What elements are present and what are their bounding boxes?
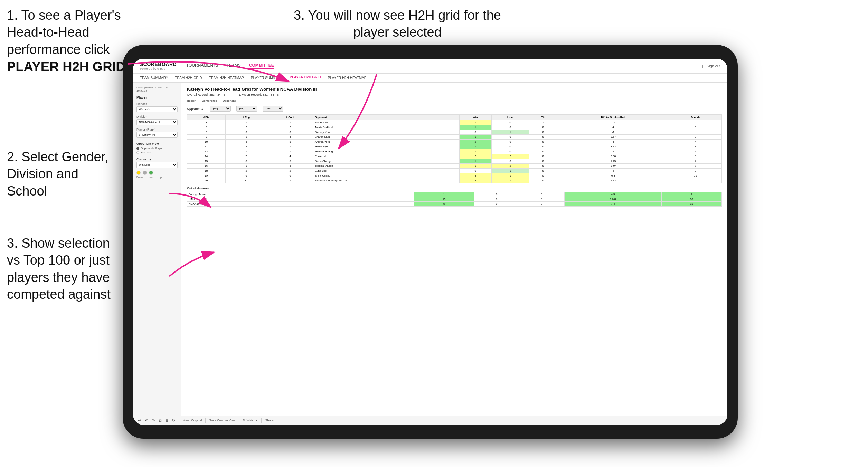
sub-nav-team-h2h[interactable]: TEAM H2H GRID [175, 76, 202, 80]
nav-bar: SCOREBOARD Powered by clippd TOURNAMENTS… [133, 59, 727, 74]
tablet-screen: SCOREBOARD Powered by clippd TOURNAMENTS… [133, 59, 727, 425]
data-table: # Div # Reg # Conf Opponent Win Loss Tie… [187, 114, 722, 183]
sidebar-division-section: Division NCAA Division III [136, 115, 178, 125]
sidebar-timestamp: Last Updated: 27/03/2024 16:55:38 [136, 86, 178, 92]
out-of-division-table: Foreign Team 1 0 0 4.5 2 NAIA Division 1… [187, 192, 722, 207]
table-row: 10 6 3 Andrea York 2 0 0 4 4 [187, 140, 722, 144]
division-record: Division Record: 331 - 34 - 6 [239, 93, 279, 96]
toolbar-watch[interactable]: 👁 Watch ▾ [243, 419, 258, 422]
sub-nav-team-summary[interactable]: TEAM SUMMARY [140, 76, 168, 80]
table-row: 3 1 1 Esther Lee 1 0 1 1.5 4 [187, 120, 722, 125]
toolbar-view-original[interactable]: View: Original [183, 419, 202, 422]
table-row: 13 1 1 Jessica Huang 1 0 0 -3 2 [187, 149, 722, 154]
conference-select[interactable]: (All) [236, 106, 257, 112]
toolbar-undo[interactable]: ↩ [138, 418, 141, 423]
opponents-label: Opponents: [187, 107, 205, 111]
opponents-played-label: Opponents Played [141, 147, 163, 150]
filter-conference: Conference [202, 99, 217, 103]
opponents-filter-row: Opponents: (All) (All) (All) [187, 106, 722, 112]
conference-label: Conference [202, 99, 217, 102]
nav-signout[interactable]: Sign out [707, 64, 720, 68]
region-label: Region [187, 99, 196, 102]
filter-row: Region Conference Opponent [187, 99, 722, 103]
instruction-1-text: 1. To see a Player's Head-to-Head perfor… [7, 7, 138, 58]
instruction-3b-text: 3. Show selection vs Top 100 or just pla… [7, 235, 117, 303]
colour-by-label: Colour by [136, 158, 178, 161]
region-select[interactable]: (All) [210, 106, 231, 112]
filter-region: Region [187, 99, 196, 103]
toolbar-copy[interactable]: ⧉ [159, 418, 162, 423]
sub-nav: TEAM SUMMARY TEAM H2H GRID TEAM H2H HEAT… [133, 74, 727, 83]
sidebar: Last Updated: 27/03/2024 16:55:38 Player… [133, 83, 181, 416]
legend-up-label: Up [159, 176, 162, 178]
table-row: 15 8 5 Stella Cheng 1 0 0 1.25 4 [187, 159, 722, 164]
nav-link-committee[interactable]: COMMITTEE [249, 63, 274, 69]
main-content: Last Updated: 27/03/2024 16:55:38 Player… [133, 83, 727, 416]
toolbar-share[interactable]: Share [265, 419, 273, 422]
toolbar-redo2[interactable]: ↷ [152, 418, 155, 423]
col-win: Win [459, 115, 491, 120]
opponent-select[interactable]: (All) [263, 106, 283, 112]
table-row: Foreign Team 1 0 0 4.5 2 [187, 192, 722, 197]
legend-down-label: Down [136, 176, 146, 178]
filter-opponent: Opponent [223, 99, 236, 103]
logo: SCOREBOARD Powered by clippd [140, 61, 178, 70]
nav-links: TOURNAMENTS TEAMS COMMITTEE [186, 63, 694, 69]
col-diff: Diff Av Strokes/Rnd [557, 115, 669, 120]
nav-link-tournaments[interactable]: TOURNAMENTS [186, 63, 218, 69]
gender-select[interactable]: Women's [136, 106, 178, 112]
division-select[interactable]: NCAA Division III [136, 119, 178, 125]
table-row: 9 1 4 Sharon Mun 1 0 0 3.67 3 [187, 135, 722, 140]
table-row: 18 2 2 Euna Lee 0 1 0 -5 2 [187, 169, 722, 173]
col-loss: Loss [491, 115, 529, 120]
toolbar: ↩ ↶ ↷ ⧉ ⊕ ⟳ View: Original Save Custom V… [133, 416, 727, 425]
table-row: 20 11 7 Federica Domecq Lacroze 2 1 0 1.… [187, 178, 722, 183]
sub-nav-player-h2h[interactable]: PLAYER H2H GRID [290, 75, 321, 80]
sidebar-player-section: Player [136, 96, 178, 99]
toolbar-save-custom[interactable]: Save Custom View [209, 419, 235, 422]
player-rank-label: Player (Rank) [136, 128, 178, 131]
grid-area: Katelyn Vo Head-to-Head Grid for Women's… [181, 83, 727, 416]
table-row: 5 2 2 Alexis Sudjianto 1 0 0 4 3 [187, 125, 722, 130]
toolbar-redo1[interactable]: ↶ [145, 418, 148, 423]
col-reg: # Reg [225, 115, 267, 120]
table-row: NAIA Division 1 15 0 0 9.267 30 [187, 197, 722, 202]
col-conf: # Conf [267, 115, 313, 120]
sidebar-gender-section: Gender Women's [136, 102, 178, 112]
col-rounds: Rounds [669, 115, 722, 120]
overall-record: Overall Record: 353 - 34 - 6 [187, 93, 225, 96]
radio-opponents-played[interactable]: Opponents Played [136, 147, 178, 150]
sub-nav-player-summary[interactable]: PLAYER SUMMARY [251, 76, 283, 80]
top100-label: Top 100 [141, 151, 150, 154]
grid-title: Katelyn Vo Head-to-Head Grid for Women's… [187, 87, 722, 92]
player-label: Player [136, 96, 178, 99]
sidebar-colour-by: Colour by Win/Loss [136, 158, 178, 168]
logo-subtitle: Powered by clippd [140, 67, 178, 70]
out-of-division-label: Out of division [187, 187, 722, 190]
table-row: 14 7 4 Eunice Yi 2 2 0 0.38 9 [187, 154, 722, 159]
sub-nav-player-heatmap[interactable]: PLAYER H2H HEATMAP [328, 76, 366, 80]
sub-nav-team-heatmap[interactable]: TEAM H2H HEATMAP [209, 76, 244, 80]
toolbar-reset[interactable]: ⟳ [172, 418, 176, 423]
radio-top100[interactable]: Top 100 [136, 151, 178, 154]
table-row: 19 6 6 Emily Chang 4 1 0 0.3 11 [187, 173, 722, 178]
division-label: Division [136, 115, 178, 118]
table-row: 6 3 3 Sydney Kuo 0 1 0 -1 [187, 130, 722, 135]
col-div: # Div [187, 115, 226, 120]
nav-link-teams[interactable]: TEAMS [226, 63, 240, 69]
toolbar-paste[interactable]: ⊕ [165, 418, 169, 423]
sidebar-player-rank-section: Player (Rank) 8. Katelyn Vo [136, 128, 178, 138]
instruction-3b: 3. Show selection vs Top 100 or just pla… [7, 235, 117, 303]
instruction-1-bold: PLAYER H2H GRID [7, 59, 138, 74]
table-row: 11 2 5 Heejo Hyun 1 0 0 3.33 3 [187, 144, 722, 149]
colour-by-select[interactable]: Win/Loss [136, 162, 178, 168]
table-row: NCAA Division 2 5 0 0 7.4 10 [187, 202, 722, 207]
sidebar-opponent-view: Opponent view Opponents Played Top 100 [136, 142, 178, 154]
instruction-2: 2. Select Gender, Division and School [7, 149, 117, 200]
player-rank-select[interactable]: 8. Katelyn Vo [136, 132, 178, 138]
tablet: SCOREBOARD Powered by clippd TOURNAMENTS… [123, 45, 738, 439]
colour-legend: Down Level Up [136, 171, 178, 178]
nav-right: | Sign out [702, 64, 720, 68]
legend-down-dot [136, 171, 141, 175]
col-opponent: Opponent [313, 115, 459, 120]
